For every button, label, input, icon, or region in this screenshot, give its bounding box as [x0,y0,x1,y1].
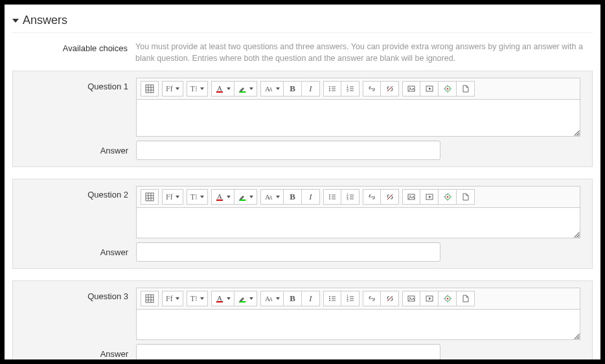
svg-point-10 [329,86,330,87]
toolbar-grid-icon[interactable] [141,291,159,306]
svg-point-55 [446,196,448,198]
toolbar-font-size-button[interactable]: T⁝ [187,291,208,306]
question-editor-area[interactable] [136,99,580,137]
rich-text-editor: Ff T⁝ A AA B I [136,78,580,137]
help-row: Available choices You must provide at le… [12,40,593,64]
toolbar-paragraph-button[interactable]: AA [260,81,284,97]
toolbar-grid-icon[interactable] [141,189,159,205]
toolbar-font-family-button[interactable]: Ff [162,81,183,97]
toolbar-number-list-button[interactable]: 123 [341,81,360,97]
svg-text:A: A [269,87,273,93]
svg-rect-28 [146,193,154,201]
svg-rect-7 [239,91,245,93]
help-text: You must provide at least two questions … [135,40,593,64]
toolbar-number-list-button[interactable]: 123 [341,291,360,306]
question-label: Question 1 [13,78,136,91]
toolbar-italic-button[interactable]: I [302,291,320,306]
toolbar-font-family-button[interactable]: Ff [162,291,183,306]
toolbar-link-button[interactable] [363,291,381,306]
svg-point-42 [329,198,330,199]
question-editor-area[interactable] [136,207,580,238]
svg-text:A: A [217,294,222,302]
toolbar-font-size-button[interactable]: T⁝ [187,189,208,205]
toolbar-unlink-button[interactable] [381,81,399,97]
section-title: Answers [23,14,67,27]
toolbar-file-button[interactable] [457,189,475,205]
toolbar-image-button[interactable] [402,81,420,97]
question-block: Question 2 Ff T⁝ A [12,179,593,269]
svg-rect-62 [216,301,223,302]
toolbar-file-button[interactable] [457,291,475,306]
answer-label: Answer [13,141,136,155]
question-block: Question 1 Ff T⁝ A [12,71,593,167]
svg-rect-0 [146,85,154,93]
toolbar-paragraph-button[interactable]: AA [260,291,284,306]
toolbar-highlight-button[interactable] [234,291,257,306]
rich-text-editor: Ff T⁝ A AA B I [136,288,580,340]
svg-point-83 [446,298,448,300]
svg-rect-34 [216,199,223,201]
svg-rect-35 [239,199,245,201]
toolbar-font-color-button[interactable]: A [211,81,234,97]
question-label: Question 3 [13,288,136,301]
toolbar-grid-icon[interactable] [141,81,159,97]
toolbar-media-button[interactable] [420,81,439,97]
svg-rect-6 [216,91,223,93]
svg-rect-63 [239,301,245,302]
toolbar-plugin-button[interactable] [439,291,457,306]
question-label: Question 2 [13,186,136,199]
question-editor-area[interactable] [136,309,580,340]
svg-text:3: 3 [347,89,348,93]
toolbar-image-button[interactable] [402,189,420,205]
toolbar-link-button[interactable] [363,81,381,97]
svg-point-38 [329,194,330,196]
answer-input[interactable] [136,242,440,262]
toolbar-file-button[interactable] [457,81,475,97]
toolbar-bold-button[interactable]: B [284,189,302,205]
svg-point-66 [329,296,330,297]
svg-point-27 [446,88,448,90]
answer-label: Answer [13,242,136,257]
toolbar-italic-button[interactable]: I [302,81,320,97]
section-toggle-answers[interactable]: Answers [12,10,593,33]
toolbar-font-color-button[interactable]: A [211,189,234,205]
toolbar-plugin-button[interactable] [439,81,457,97]
toolbar-image-button[interactable] [402,291,420,306]
toolbar-font-color-button[interactable]: A [211,291,234,306]
toolbar-highlight-button[interactable] [234,81,257,97]
toolbar-bold-button[interactable]: B [284,291,302,306]
svg-text:A: A [217,192,222,200]
svg-point-14 [329,90,330,91]
toolbar-bullet-list-button[interactable] [323,291,341,306]
toolbar-unlink-button[interactable] [381,189,399,205]
svg-text:3: 3 [347,299,348,302]
toolbar-plugin-button[interactable] [439,189,457,205]
svg-point-12 [329,88,330,89]
toolbar-unlink-button[interactable] [381,291,399,306]
toolbar-media-button[interactable] [420,291,439,306]
toolbar-highlight-button[interactable] [234,189,257,205]
help-label: Available choices [12,40,135,53]
toolbar-bullet-list-button[interactable] [323,189,341,205]
toolbar-link-button[interactable] [363,189,381,205]
toolbar-media-button[interactable] [420,189,439,205]
toolbar-font-family-button[interactable]: Ff [162,189,183,205]
toolbar-paragraph-button[interactable]: AA [260,189,284,205]
answer-input[interactable] [136,344,440,363]
toolbar-font-size-button[interactable]: T⁝ [187,81,208,97]
svg-point-68 [329,298,330,299]
editor-toolbar: Ff T⁝ A AA B I [136,186,580,207]
toolbar-bold-button[interactable]: B [284,81,302,97]
toolbar-bullet-list-button[interactable] [323,81,341,97]
answer-input[interactable] [136,141,440,160]
rich-text-editor: Ff T⁝ A AA B I [136,186,580,238]
question-block: Question 3 Ff T⁝ A [12,280,593,364]
toolbar-italic-button[interactable]: I [302,189,320,205]
svg-point-70 [329,300,330,301]
svg-point-40 [329,196,330,198]
svg-rect-56 [146,295,154,302]
svg-text:A: A [269,195,273,201]
editor-toolbar: Ff T⁝ A AA B I [136,288,580,309]
toolbar-number-list-button[interactable]: 123 [341,189,360,205]
editor-toolbar: Ff T⁝ A AA B I [136,78,580,99]
